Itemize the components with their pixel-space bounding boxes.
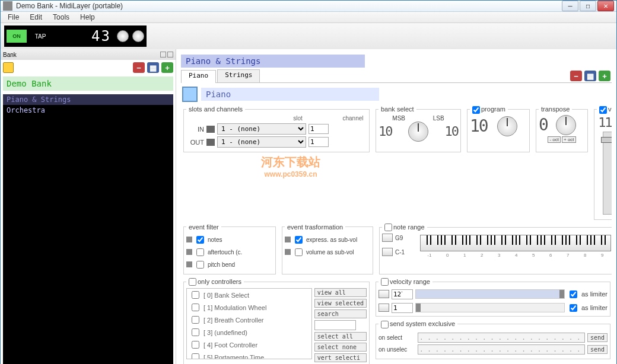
toolbar: ON TAP 43 <box>1 23 616 49</box>
aftertouch-label: aftertouch (c. <box>208 249 242 256</box>
sysex-onselect-input[interactable] <box>418 333 585 343</box>
bank-item[interactable]: Piano & Strings <box>3 94 173 105</box>
velocity-range-check[interactable] <box>381 278 389 286</box>
key-icon[interactable] <box>382 248 393 256</box>
menu-tools[interactable]: Tools <box>48 12 74 23</box>
select-none-button[interactable]: select none <box>314 343 367 352</box>
bank-preset-list[interactable]: Piano & Strings Orchestra <box>3 94 173 364</box>
event-filter-group: event filter notes aftertouch (c. pitch … <box>183 223 276 274</box>
tempo-display: 43 <box>54 28 113 44</box>
vel-lo-slider[interactable] <box>415 303 565 312</box>
note-range-check[interactable] <box>384 223 392 231</box>
bank-copy-button[interactable]: ▦ <box>147 62 159 73</box>
controller-item[interactable]: [ 4] Foot Controller <box>187 339 311 351</box>
bank-name[interactable]: Demo Bank <box>3 76 173 91</box>
controller-item[interactable]: [ 2] Breath Controller <box>187 314 311 326</box>
vel-hi-limiter-check[interactable] <box>570 290 577 298</box>
layer-add-button[interactable]: + <box>599 71 610 81</box>
keyboard-display[interactable] <box>420 235 611 251</box>
grip-icon[interactable] <box>186 261 192 267</box>
invert-selection-button[interactable]: vert selecti <box>314 353 367 362</box>
tab-strings[interactable]: Strings <box>217 69 260 82</box>
view-selected-button[interactable]: view selected <box>314 299 367 308</box>
grip-icon[interactable] <box>186 249 192 255</box>
note-hi: G9 <box>395 235 403 241</box>
transpose-knob[interactable] <box>556 115 576 135</box>
bank-remove-button[interactable]: − <box>133 62 145 73</box>
bank-add-button[interactable]: + <box>161 62 173 73</box>
sysex-onselect-send-button[interactable]: send <box>587 333 608 342</box>
bank-item[interactable]: Orchestra <box>3 105 173 116</box>
key-icon[interactable] <box>382 234 393 242</box>
vol-slider[interactable] <box>603 132 612 215</box>
tab-piano[interactable]: Piano <box>181 70 216 83</box>
notes-label: notes <box>208 237 222 243</box>
program-knob[interactable] <box>497 116 517 136</box>
search-input[interactable] <box>314 320 356 330</box>
layer-name[interactable]: Piano <box>201 88 379 101</box>
controllers-list[interactable]: [ 0] Bank Select[ 1] Modulation Wheel[ 2… <box>186 288 312 359</box>
volume-subvol-check[interactable] <box>295 248 303 256</box>
menu-edit[interactable]: Edit <box>25 12 47 23</box>
sysex-onunselect-send-button[interactable]: send <box>587 345 608 354</box>
key-icon[interactable] <box>379 304 389 312</box>
pin-icon[interactable] <box>160 52 166 58</box>
in-slot-select[interactable]: 1 - (none) <box>217 123 306 135</box>
menu-help[interactable]: Help <box>75 12 100 23</box>
tempo-tap-button[interactable]: TAP <box>30 30 50 43</box>
program-check[interactable] <box>472 106 480 114</box>
notes-check[interactable] <box>196 236 204 244</box>
oct-plus-button[interactable]: + oct <box>562 136 576 143</box>
vel-hi-slider[interactable] <box>415 289 565 299</box>
close-button[interactable]: ✕ <box>597 1 614 11</box>
preset-title[interactable]: Piano & Strings <box>181 55 365 68</box>
pitchbend-check[interactable] <box>196 261 204 269</box>
express-subvol-label: express. as sub-vol <box>306 237 357 243</box>
layer-color-swatch[interactable] <box>182 87 198 102</box>
tempo-knob-2[interactable] <box>132 30 144 42</box>
bank-panel-header: Bank <box>1 49 176 60</box>
msb-value: 10 <box>379 125 392 138</box>
maximize-button[interactable]: □ <box>580 1 596 11</box>
view-all-button[interactable]: view all <box>314 288 367 297</box>
sysex-check[interactable] <box>381 321 389 328</box>
grip-icon[interactable] <box>285 249 291 255</box>
key-icon[interactable] <box>379 290 389 298</box>
out-slot-select[interactable]: 1 - (none) <box>217 136 306 148</box>
in-channel-spin[interactable] <box>308 124 329 134</box>
vel-lo-limiter-check[interactable] <box>570 304 577 312</box>
controller-item[interactable]: [ 3] (undefined) <box>187 326 311 339</box>
titlebar: Demo Bank - MidiLayer (portable) ─ □ ✕ <box>1 1 616 12</box>
layer-copy-button[interactable]: ▦ <box>584 71 596 81</box>
menu-file[interactable]: File <box>3 12 24 23</box>
panel-close-icon[interactable] <box>167 52 173 58</box>
layer-remove-button[interactable]: − <box>570 71 582 81</box>
vel-lo-input[interactable] <box>392 303 413 313</box>
vol-check[interactable] <box>599 106 607 114</box>
bank-select-legend: bank select <box>379 106 416 113</box>
minimize-button[interactable]: ─ <box>562 1 578 11</box>
grip-icon[interactable] <box>285 237 291 242</box>
lock-icon[interactable] <box>3 62 14 73</box>
tempo-knob-1[interactable] <box>117 30 129 42</box>
aftertouch-check[interactable] <box>196 248 204 256</box>
only-controllers-legend: only controllers <box>198 278 241 285</box>
note-lo: C-1 <box>395 249 405 256</box>
msb-knob[interactable] <box>408 122 428 142</box>
vel-hi-input[interactable] <box>392 289 413 299</box>
select-all-button[interactable]: select all <box>314 332 367 341</box>
oct-minus-button[interactable]: - oct <box>548 136 561 143</box>
express-subvol-check[interactable] <box>295 236 303 244</box>
transpose-group: transpose 0 - oct + oct <box>536 106 588 152</box>
search-button[interactable]: search <box>314 309 367 318</box>
tempo-on-button[interactable]: ON <box>7 30 27 43</box>
controller-item[interactable]: [ 0] Bank Select <box>187 289 311 301</box>
controller-item[interactable]: [ 1] Modulation Wheel <box>187 301 311 314</box>
lsb-label: LSB <box>433 115 444 122</box>
controller-item[interactable]: [ 5] Portamento Time <box>187 351 311 359</box>
sysex-onunselect-input[interactable] <box>418 344 585 355</box>
only-controllers-check[interactable] <box>189 278 196 286</box>
out-label: OUT <box>186 139 204 146</box>
grip-icon[interactable] <box>186 237 192 242</box>
out-channel-spin[interactable] <box>308 137 329 147</box>
